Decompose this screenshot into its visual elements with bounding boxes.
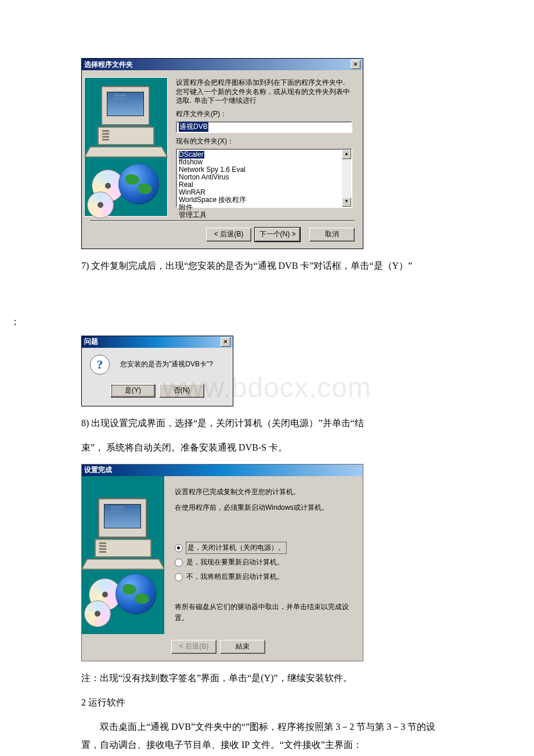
list-item[interactable]: Network Spy 1.6 Eval [179, 166, 350, 174]
radio-label: 是，关闭计算机（关闭电源）。 [186, 542, 286, 553]
dialog1-titlebar: 选择程序文件夹 × [82, 59, 363, 70]
select-folder-dialog: 选择程序文件夹 × 设置程序会把程序图标添加到列在下面的程序文件夹中. 您可键入… [81, 58, 363, 249]
close-icon[interactable]: × [351, 60, 360, 69]
radio-label: 不，我将稍后重新启动计算机。 [186, 571, 284, 582]
existing-folders-label: 现有的文件夹(X)： [176, 136, 352, 146]
wizard-art [84, 77, 168, 217]
list-item[interactable]: Norton AntiVirus [179, 174, 350, 181]
list-item[interactable]: WinRAR [179, 189, 350, 196]
radio-icon[interactable] [175, 559, 183, 567]
radio-icon[interactable] [175, 544, 183, 552]
radio-label: 是，我现在要重新启动计算机。 [186, 557, 284, 568]
cancel-button[interactable]: 取消 [309, 228, 355, 242]
dialog3-titlebar: 设置完成 [82, 465, 363, 476]
program-folder-label: 程序文件夹(P)： [176, 109, 352, 119]
step8a-text: 8) 出现设置完成界面，选择“是，关闭计算机（关闭电源）”并单击“结 [81, 415, 453, 432]
no-button[interactable]: 否(N) [159, 384, 204, 398]
question-icon: ? [90, 355, 110, 375]
dialog3-msg3: 将所有磁盘从它们的驱动器中取出，并单击结束以完成设置。 [175, 602, 353, 624]
dialog2-msg: 您安装的是否为"通视DVB卡"? [120, 359, 213, 369]
dialog3-title: 设置完成 [84, 465, 112, 475]
next-button[interactable]: 下一个(N) > [255, 228, 300, 242]
wizard-art [82, 476, 164, 634]
list-item[interactable]: 管理工具 [179, 211, 350, 219]
radio-option-shutdown[interactable]: 是，关闭计算机（关闭电源）。 [175, 542, 353, 553]
question-dialog: 问题 × ? 您安装的是否为"通视DVB卡"? 是(Y) 否(N) [81, 336, 233, 406]
note-text: 注：出现“没有找到数字签名”界面，单击“是(Y)”，继续安装软件。 [81, 669, 453, 687]
dialog2-title: 问题 [84, 337, 98, 347]
scroll-down-icon[interactable]: ▼ [342, 197, 351, 207]
dialog2-titlebar: 问题 × [82, 336, 233, 348]
close-icon[interactable]: × [221, 337, 230, 347]
step7-semicolon: ； [0, 313, 534, 330]
list-item[interactable]: ffdshow [179, 159, 350, 166]
existing-folders-list[interactable]: DScaler ffdshow Network Spy 1.6 Eval Nor… [176, 149, 352, 208]
radio-option-restart-now[interactable]: 是，我现在要重新启动计算机。 [175, 557, 353, 568]
step7-text: 7) 文件复制完成后，出现“您安装的是否为“通视 DVB 卡”对话框，单击“是（… [81, 257, 453, 275]
program-folder-input[interactable]: 通视DVB [176, 121, 352, 133]
dialog3-msg2: 在使用程序前，必须重新启动Windows或计算机。 [175, 502, 353, 513]
yes-button[interactable]: 是(Y) [110, 384, 156, 398]
dialog3-msg1: 设置程序已完成复制文件至您的计算机。 [175, 487, 353, 498]
step8b-text: 束”， 系统将自动关闭。准备安装通视 DVB-S 卡。 [81, 439, 453, 456]
scrollbar[interactable]: ▲ ▼ [342, 150, 351, 207]
back-button[interactable]: < 后退(B) [206, 228, 251, 242]
dialog1-desc: 设置程序会把程序图标添加到列在下面的程序文件夹中. 您可键入一个新的文件夹名称，… [176, 78, 352, 106]
run-software-text: 双击桌面上“通视 DVB”文件夹中的“”图标，程序将按照第 3－2 节与第 3－… [81, 718, 453, 754]
setup-complete-dialog: 设置完成 设置程序已完成复制文件至您的计算机。 在使用程序前，必须重新启动Win… [81, 464, 363, 661]
dialog1-title: 选择程序文件夹 [84, 60, 133, 70]
list-item[interactable]: DScaler [179, 151, 204, 159]
finish-button[interactable]: 結束 [220, 640, 265, 654]
scroll-up-icon[interactable]: ▲ [342, 150, 351, 159]
list-item[interactable]: WorldSpace 接收程序 [179, 196, 350, 204]
radio-icon[interactable] [175, 573, 183, 581]
radio-option-restart-later[interactable]: 不，我将稍后重新启动计算机。 [175, 571, 353, 582]
section2-heading: 2 运行软件 [81, 694, 453, 711]
list-item[interactable]: 附件 [179, 204, 350, 211]
list-item[interactable]: Real [179, 181, 350, 189]
back-button: < 后退(B) [171, 640, 217, 654]
